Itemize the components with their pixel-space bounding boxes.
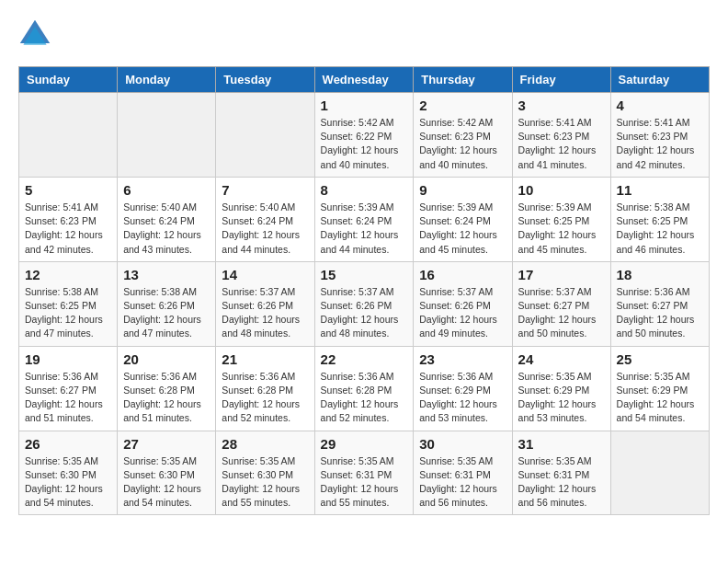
- day-number: 11: [617, 182, 703, 198]
- calendar-cell: 5Sunrise: 5:41 AM Sunset: 6:23 PM Daylig…: [19, 177, 118, 261]
- day-info: Sunrise: 5:38 AM Sunset: 6:25 PM Dayligh…: [617, 201, 703, 257]
- calendar-cell: 9Sunrise: 5:39 AM Sunset: 6:24 PM Daylig…: [414, 177, 512, 261]
- day-info: Sunrise: 5:35 AM Sunset: 6:31 PM Dayligh…: [321, 454, 408, 511]
- day-info: Sunrise: 5:41 AM Sunset: 6:23 PM Dayligh…: [518, 116, 605, 172]
- header-cell-thursday: Thursday: [414, 67, 512, 93]
- calendar-cell: 19Sunrise: 5:36 AM Sunset: 6:27 PM Dayli…: [19, 346, 118, 431]
- day-number: 31: [518, 436, 605, 452]
- calendar-cell: 6Sunrise: 5:40 AM Sunset: 6:24 PM Daylig…: [118, 177, 216, 261]
- calendar-cell: 11Sunrise: 5:38 AM Sunset: 6:25 PM Dayli…: [610, 177, 709, 261]
- day-info: Sunrise: 5:36 AM Sunset: 6:28 PM Dayligh…: [123, 370, 210, 426]
- calendar-cell: 26Sunrise: 5:35 AM Sunset: 6:30 PM Dayli…: [19, 431, 118, 515]
- calendar-table: SundayMondayTuesdayWednesdayThursdayFrid…: [18, 66, 710, 515]
- calendar-cell: 7Sunrise: 5:40 AM Sunset: 6:24 PM Daylig…: [216, 177, 314, 261]
- header-cell-monday: Monday: [118, 67, 216, 93]
- calendar-cell: 28Sunrise: 5:35 AM Sunset: 6:30 PM Dayli…: [216, 431, 314, 515]
- day-info: Sunrise: 5:40 AM Sunset: 6:24 PM Dayligh…: [123, 201, 210, 257]
- day-number: 18: [617, 267, 703, 282]
- calendar-cell: 23Sunrise: 5:36 AM Sunset: 6:29 PM Dayli…: [414, 346, 512, 431]
- calendar-cell: 20Sunrise: 5:36 AM Sunset: 6:28 PM Dayli…: [118, 346, 216, 431]
- calendar-cell: [19, 93, 118, 178]
- calendar-cell: [610, 431, 709, 515]
- day-number: 17: [518, 267, 605, 282]
- day-number: 20: [123, 351, 210, 367]
- day-info: Sunrise: 5:35 AM Sunset: 6:31 PM Dayligh…: [419, 454, 506, 511]
- day-number: 22: [321, 351, 408, 367]
- calendar-cell: 2Sunrise: 5:42 AM Sunset: 6:23 PM Daylig…: [414, 93, 512, 178]
- day-number: 25: [617, 351, 703, 367]
- day-info: Sunrise: 5:38 AM Sunset: 6:25 PM Dayligh…: [25, 285, 111, 341]
- calendar-cell: 12Sunrise: 5:38 AM Sunset: 6:25 PM Dayli…: [19, 261, 118, 346]
- logo: [18, 18, 57, 52]
- day-number: 8: [321, 182, 408, 198]
- calendar-cell: 24Sunrise: 5:35 AM Sunset: 6:29 PM Dayli…: [512, 346, 610, 431]
- calendar-cell: 13Sunrise: 5:38 AM Sunset: 6:26 PM Dayli…: [118, 261, 216, 346]
- week-row-3: 12Sunrise: 5:38 AM Sunset: 6:25 PM Dayli…: [19, 261, 710, 346]
- header-cell-saturday: Saturday: [610, 67, 709, 93]
- day-info: Sunrise: 5:37 AM Sunset: 6:26 PM Dayligh…: [222, 285, 308, 341]
- day-number: 13: [123, 267, 210, 282]
- day-number: 7: [222, 182, 308, 198]
- calendar-cell: 1Sunrise: 5:42 AM Sunset: 6:22 PM Daylig…: [314, 93, 414, 178]
- day-number: 6: [123, 182, 210, 198]
- day-number: 26: [25, 436, 111, 452]
- day-info: Sunrise: 5:35 AM Sunset: 6:29 PM Dayligh…: [617, 370, 703, 426]
- day-info: Sunrise: 5:36 AM Sunset: 6:29 PM Dayligh…: [419, 370, 506, 426]
- calendar-cell: 14Sunrise: 5:37 AM Sunset: 6:26 PM Dayli…: [216, 261, 314, 346]
- day-info: Sunrise: 5:37 AM Sunset: 6:27 PM Dayligh…: [518, 285, 605, 341]
- calendar-cell: 8Sunrise: 5:39 AM Sunset: 6:24 PM Daylig…: [314, 177, 414, 261]
- calendar-cell: [216, 93, 314, 178]
- calendar-cell: 21Sunrise: 5:36 AM Sunset: 6:28 PM Dayli…: [216, 346, 314, 431]
- day-number: 12: [25, 267, 111, 282]
- day-info: Sunrise: 5:39 AM Sunset: 6:24 PM Dayligh…: [321, 201, 408, 257]
- day-info: Sunrise: 5:42 AM Sunset: 6:22 PM Dayligh…: [321, 116, 408, 172]
- day-number: 9: [419, 182, 506, 198]
- calendar-cell: [118, 93, 216, 178]
- calendar-cell: 29Sunrise: 5:35 AM Sunset: 6:31 PM Dayli…: [314, 431, 414, 515]
- day-info: Sunrise: 5:35 AM Sunset: 6:31 PM Dayligh…: [518, 454, 605, 511]
- day-info: Sunrise: 5:38 AM Sunset: 6:26 PM Dayligh…: [123, 285, 210, 341]
- day-info: Sunrise: 5:35 AM Sunset: 6:30 PM Dayligh…: [123, 454, 210, 511]
- day-info: Sunrise: 5:37 AM Sunset: 6:26 PM Dayligh…: [419, 285, 506, 341]
- calendar-cell: 18Sunrise: 5:36 AM Sunset: 6:27 PM Dayli…: [610, 261, 709, 346]
- day-info: Sunrise: 5:36 AM Sunset: 6:28 PM Dayligh…: [321, 370, 408, 426]
- day-number: 16: [419, 267, 506, 282]
- day-number: 10: [518, 182, 605, 198]
- day-info: Sunrise: 5:39 AM Sunset: 6:25 PM Dayligh…: [518, 201, 605, 257]
- header-cell-wednesday: Wednesday: [314, 67, 414, 93]
- day-number: 19: [25, 351, 111, 367]
- day-info: Sunrise: 5:35 AM Sunset: 6:29 PM Dayligh…: [518, 370, 605, 426]
- day-number: 21: [222, 351, 308, 367]
- day-number: 3: [518, 98, 605, 113]
- day-info: Sunrise: 5:40 AM Sunset: 6:24 PM Dayligh…: [222, 201, 308, 257]
- day-number: 1: [321, 98, 408, 113]
- day-number: 30: [419, 436, 506, 452]
- header-cell-tuesday: Tuesday: [216, 67, 314, 93]
- header-cell-sunday: Sunday: [19, 67, 118, 93]
- calendar-cell: 10Sunrise: 5:39 AM Sunset: 6:25 PM Dayli…: [512, 177, 610, 261]
- calendar-cell: 30Sunrise: 5:35 AM Sunset: 6:31 PM Dayli…: [414, 431, 512, 515]
- day-number: 23: [419, 351, 506, 367]
- day-number: 4: [617, 98, 703, 113]
- day-info: Sunrise: 5:35 AM Sunset: 6:30 PM Dayligh…: [222, 454, 308, 511]
- day-info: Sunrise: 5:37 AM Sunset: 6:26 PM Dayligh…: [321, 285, 408, 341]
- week-row-5: 26Sunrise: 5:35 AM Sunset: 6:30 PM Dayli…: [19, 431, 710, 515]
- day-number: 15: [321, 267, 408, 282]
- day-number: 5: [25, 182, 111, 198]
- day-info: Sunrise: 5:42 AM Sunset: 6:23 PM Dayligh…: [419, 116, 506, 172]
- week-row-4: 19Sunrise: 5:36 AM Sunset: 6:27 PM Dayli…: [19, 346, 710, 431]
- day-info: Sunrise: 5:39 AM Sunset: 6:24 PM Dayligh…: [419, 201, 506, 257]
- week-row-1: 1Sunrise: 5:42 AM Sunset: 6:22 PM Daylig…: [19, 93, 710, 178]
- day-number: 28: [222, 436, 308, 452]
- calendar-cell: 22Sunrise: 5:36 AM Sunset: 6:28 PM Dayli…: [314, 346, 414, 431]
- week-row-2: 5Sunrise: 5:41 AM Sunset: 6:23 PM Daylig…: [19, 177, 710, 261]
- calendar-cell: 17Sunrise: 5:37 AM Sunset: 6:27 PM Dayli…: [512, 261, 610, 346]
- day-info: Sunrise: 5:35 AM Sunset: 6:30 PM Dayligh…: [25, 454, 111, 511]
- calendar-cell: 31Sunrise: 5:35 AM Sunset: 6:31 PM Dayli…: [512, 431, 610, 515]
- logo-icon: [18, 18, 51, 52]
- calendar-cell: 25Sunrise: 5:35 AM Sunset: 6:29 PM Dayli…: [610, 346, 709, 431]
- day-info: Sunrise: 5:41 AM Sunset: 6:23 PM Dayligh…: [617, 116, 703, 172]
- day-number: 27: [123, 436, 210, 452]
- day-info: Sunrise: 5:36 AM Sunset: 6:27 PM Dayligh…: [617, 285, 703, 341]
- day-number: 24: [518, 351, 605, 367]
